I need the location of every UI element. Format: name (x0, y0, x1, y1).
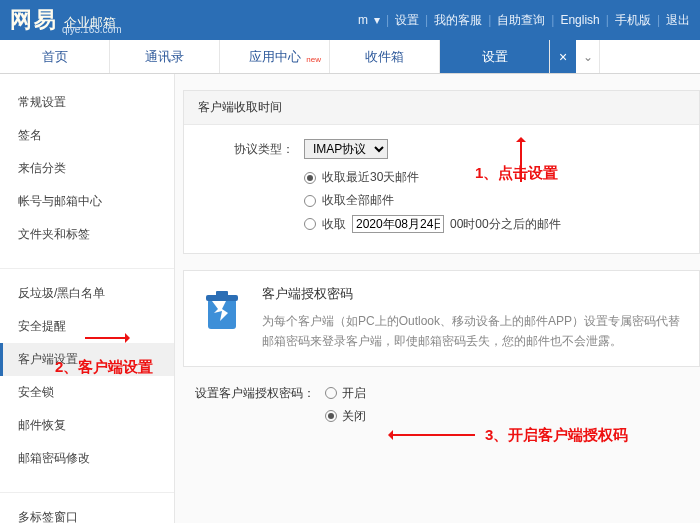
top-link-logout[interactable]: 退出 (666, 12, 690, 29)
chevron-down-icon[interactable]: ▾ (374, 13, 380, 27)
annotation-3: 3、开启客户端授权码 (485, 426, 628, 445)
top-link-settings[interactable]: 设置 (395, 12, 419, 29)
protocol-label: 协议类型： (204, 141, 294, 158)
protocol-select[interactable]: IMAP协议 (304, 139, 388, 159)
topbar: 网易 企业邮箱 qiye.163.com m ▾ | 设置 | 我的客服 | 自… (0, 0, 700, 40)
brand-main: 网易 (10, 5, 58, 35)
tab-inbox[interactable]: 收件箱 (330, 40, 440, 73)
top-link-selfhelp[interactable]: 自助查询 (497, 12, 545, 29)
sidebar-item-spam[interactable]: 反垃圾/黑白名单 (0, 277, 174, 310)
brand-url: qiye.163.com (62, 24, 121, 35)
radio-auth-off[interactable] (325, 410, 337, 422)
top-link-mobile[interactable]: 手机版 (615, 12, 651, 29)
trash-icon (198, 285, 246, 352)
tab-settings[interactable]: 设置 (440, 40, 550, 73)
tab-close-icon[interactable]: × (550, 40, 576, 73)
auth-toggle-row: 设置客户端授权密码： 开启 关闭 (195, 385, 700, 425)
auth-title: 客户端授权密码 (262, 285, 685, 303)
tabbar: 首页 通讯录 应用中心 new 收件箱 设置 × ⌄ (0, 40, 700, 74)
radio-since-suffix: 00时00分之后的邮件 (450, 216, 561, 233)
radio-auth-off-label: 关闭 (342, 408, 366, 425)
sidebar-item-recover[interactable]: 邮件恢复 (0, 409, 174, 442)
radio-auth-on[interactable] (325, 387, 337, 399)
radio-30days-label: 收取最近30天邮件 (322, 169, 419, 186)
tab-contacts[interactable]: 通讯录 (110, 40, 220, 73)
sidebar-item-multitab[interactable]: 多标签窗口 (0, 501, 174, 523)
tab-apps-label: 应用中心 (249, 49, 301, 64)
panel-auth-code: 客户端授权密码 为每个客户端（如PC上的Outlook、移动设备上的邮件APP）… (183, 270, 700, 367)
sidebar-item-lock[interactable]: 安全锁 (0, 376, 174, 409)
sidebar-item-account[interactable]: 帐号与邮箱中心 (0, 185, 174, 218)
radio-since[interactable] (304, 218, 316, 230)
annotation-arrow-2 (85, 337, 125, 339)
radio-30days[interactable] (304, 172, 316, 184)
auth-set-label: 设置客户端授权密码： (195, 385, 325, 402)
sidebar-item-folder[interactable]: 文件夹和标签 (0, 218, 174, 251)
svg-rect-2 (216, 291, 228, 296)
top-link-english[interactable]: English (560, 13, 599, 27)
annotation-arrow-1 (520, 142, 522, 182)
sidebar-divider (0, 251, 174, 269)
user-suffix[interactable]: m (358, 13, 368, 27)
radio-all-label: 收取全部邮件 (322, 192, 394, 209)
radio-all[interactable] (304, 195, 316, 207)
tab-dropdown-icon[interactable]: ⌄ (576, 40, 600, 73)
sidebar-item-general[interactable]: 常规设置 (0, 86, 174, 119)
date-input[interactable] (352, 215, 444, 233)
top-links: m ▾ | 设置 | 我的客服 | 自助查询 | English | 手机版 |… (358, 12, 690, 29)
tab-home[interactable]: 首页 (0, 40, 110, 73)
radio-auth-on-label: 开启 (342, 385, 366, 402)
sidebar: 常规设置 签名 来信分类 帐号与邮箱中心 文件夹和标签 反垃圾/黑白名单 安全提… (0, 74, 175, 523)
panel-title: 客户端收取时间 (184, 91, 699, 125)
panel-receive-time: 客户端收取时间 协议类型： IMAP协议 收取最近30天邮件 收取全部邮件 (183, 90, 700, 254)
annotation-arrow-3 (393, 434, 475, 436)
top-link-service[interactable]: 我的客服 (434, 12, 482, 29)
radio-since-prefix: 收取 (322, 216, 346, 233)
tab-apps[interactable]: 应用中心 new (220, 40, 330, 73)
sidebar-divider (0, 475, 174, 493)
auth-desc: 为每个客户端（如PC上的Outlook、移动设备上的邮件APP）设置专属密码代替… (262, 311, 685, 352)
sidebar-item-filter[interactable]: 来信分类 (0, 152, 174, 185)
sidebar-item-client[interactable]: 客户端设置 (0, 343, 174, 376)
new-badge: new (306, 43, 321, 77)
sidebar-item-password[interactable]: 邮箱密码修改 (0, 442, 174, 475)
main-content: 客户端收取时间 协议类型： IMAP协议 收取最近30天邮件 收取全部邮件 (175, 74, 700, 523)
sidebar-item-signature[interactable]: 签名 (0, 119, 174, 152)
